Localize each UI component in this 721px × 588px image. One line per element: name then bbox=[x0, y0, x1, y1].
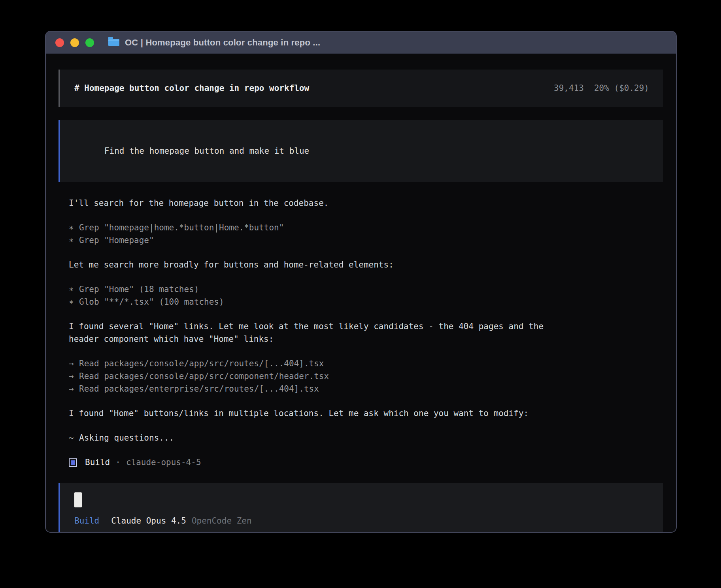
tool-call-group: ∗Grep "homepage|home.*button|Home.*butto… bbox=[69, 221, 663, 247]
prompt-input[interactable]: Build Claude Opus 4.5 OpenCode Zen bbox=[59, 483, 663, 533]
text-cursor bbox=[74, 492, 82, 507]
context-cost: 20% ($0.29) bbox=[594, 82, 649, 94]
tool-call-group: ∗Grep "Home" (18 matches) ∗Glob "**/*.ts… bbox=[69, 283, 663, 308]
zoom-button[interactable] bbox=[85, 38, 94, 47]
agent-model: claude-opus-4-5 bbox=[126, 456, 201, 469]
tool-call-text: Read packages/console/app/src/component/… bbox=[79, 371, 329, 381]
agent-attribution: Build · claude-opus-4-5 bbox=[69, 456, 663, 469]
close-button[interactable] bbox=[55, 38, 64, 47]
tool-call-text: Glob "**/*.tsx" (100 matches) bbox=[79, 297, 224, 307]
tool-call-text: Grep "homepage|home.*button|Home.*button… bbox=[79, 223, 284, 232]
assistant-paragraph: Let me search more broadly for buttons a… bbox=[69, 258, 555, 271]
asterisk-icon: ∗ bbox=[69, 221, 79, 234]
token-count: 39,413 bbox=[554, 82, 584, 94]
tool-call-grep: ∗Grep "Home" (18 matches) bbox=[69, 283, 663, 296]
model-name: Claude Opus 4.5 bbox=[111, 514, 186, 527]
assistant-paragraph: I'll search for the homepage button in t… bbox=[69, 197, 555, 209]
asterisk-icon: ∗ bbox=[69, 234, 79, 247]
tool-call-text: Grep "Homepage" bbox=[79, 236, 154, 245]
arrow-right-icon: → bbox=[69, 383, 79, 395]
window-title: OC | Homepage button color change in rep… bbox=[125, 38, 320, 48]
arrow-right-icon: → bbox=[69, 357, 79, 370]
tool-call-text: Read packages/console/app/src/routes/[..… bbox=[79, 359, 324, 368]
titlebar[interactable]: OC | Homepage button color change in rep… bbox=[46, 32, 676, 54]
tool-call-read: →Read packages/enterprise/src/routes/[..… bbox=[69, 383, 663, 395]
tool-call-grep: ∗Grep "homepage|home.*button|Home.*butto… bbox=[69, 221, 663, 234]
asterisk-icon: ∗ bbox=[69, 296, 79, 308]
tool-call-group: →Read packages/console/app/src/routes/[.… bbox=[69, 357, 663, 395]
terminal-window: OC | Homepage button color change in rep… bbox=[45, 31, 677, 533]
session-stats: 39,413 20% ($0.29) bbox=[554, 82, 649, 94]
asking-questions-text: Asking questions... bbox=[79, 433, 174, 443]
dot-separator: · bbox=[115, 456, 121, 469]
tilde-icon: ~ bbox=[69, 432, 79, 444]
agent-square-icon bbox=[69, 458, 77, 467]
traffic-lights bbox=[55, 38, 94, 47]
titlebar-title-group: OC | Homepage button color change in rep… bbox=[108, 38, 320, 48]
session-header: # Homepage button color change in repo w… bbox=[59, 70, 663, 107]
folder-icon bbox=[108, 39, 119, 46]
input-meta: Build Claude Opus 4.5 OpenCode Zen bbox=[74, 514, 649, 527]
tool-call-text: Grep "Home" (18 matches) bbox=[79, 285, 199, 294]
terminal-body: # Homepage button color change in repo w… bbox=[46, 54, 676, 533]
arrow-right-icon: → bbox=[69, 370, 79, 383]
provider-name: OpenCode Zen bbox=[192, 514, 252, 527]
agent-name: Build bbox=[85, 456, 110, 469]
tool-call-glob: ∗Glob "**/*.tsx" (100 matches) bbox=[69, 296, 663, 308]
session-title: # Homepage button color change in repo w… bbox=[74, 82, 309, 94]
tool-call-read: →Read packages/console/app/src/routes/[.… bbox=[69, 357, 663, 370]
tool-call-text: Read packages/enterprise/src/routes/[...… bbox=[79, 384, 319, 394]
asking-questions-status: ~Asking questions... bbox=[69, 432, 663, 444]
assistant-paragraph: I found "Home" buttons/links in multiple… bbox=[69, 407, 555, 420]
user-message: Find the homepage button and make it blu… bbox=[59, 120, 663, 182]
tool-call-read: →Read packages/console/app/src/component… bbox=[69, 370, 663, 383]
asterisk-icon: ∗ bbox=[69, 283, 79, 296]
assistant-paragraph: I found several "Home" links. Let me loo… bbox=[69, 320, 555, 345]
mode-indicator[interactable]: Build bbox=[74, 514, 99, 527]
minimize-button[interactable] bbox=[70, 38, 79, 47]
user-message-text: Find the homepage button and make it blu… bbox=[104, 146, 309, 156]
tool-call-grep: ∗Grep "Homepage" bbox=[69, 234, 663, 247]
